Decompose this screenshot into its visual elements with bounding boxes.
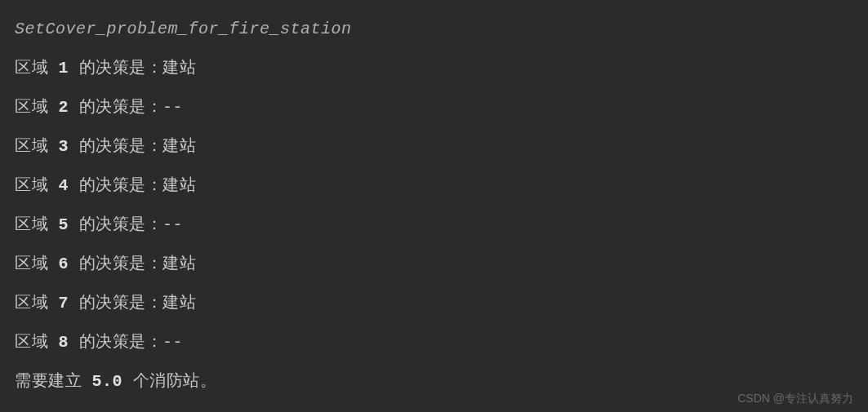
region-decision-line: 区域 1 的决策是：建站 <box>15 49 853 88</box>
region-prefix: 区域 <box>15 255 59 273</box>
summary-value: 5.0 <box>92 372 123 391</box>
region-decision: 建站 <box>162 137 196 156</box>
region-number: 3 <box>59 137 69 156</box>
region-middle: 的决策是： <box>69 176 162 195</box>
csdn-watermark: CSDN @专注认真努力 <box>737 392 853 404</box>
program-title: SetCover_problem_for_fire_station <box>15 10 853 49</box>
region-middle: 的决策是： <box>69 215 162 234</box>
region-middle: 的决策是： <box>69 98 162 117</box>
summary-prefix: 需要建立 <box>15 372 92 391</box>
region-prefix: 区域 <box>15 215 59 234</box>
region-decision-line: 区域 2 的决策是：-- <box>15 88 853 127</box>
region-prefix: 区域 <box>15 98 59 117</box>
region-decision-line: 区域 5 的决策是：-- <box>15 206 853 245</box>
region-middle: 的决策是： <box>69 333 162 352</box>
region-number: 5 <box>59 215 69 234</box>
region-number: 2 <box>59 98 69 117</box>
region-decision: 建站 <box>162 176 196 195</box>
summary-line: 需要建立 5.0 个消防站。 <box>15 362 853 401</box>
region-middle: 的决策是： <box>69 137 162 156</box>
region-prefix: 区域 <box>15 176 59 195</box>
region-number: 1 <box>59 59 69 78</box>
region-decision-line: 区域 8 的决策是：-- <box>15 323 853 362</box>
region-decision-line: 区域 3 的决策是：建站 <box>15 127 853 166</box>
region-decision: 建站 <box>162 59 196 78</box>
region-middle: 的决策是： <box>69 59 162 78</box>
region-decision: 建站 <box>162 255 196 273</box>
region-decision-line: 区域 4 的决策是：建站 <box>15 166 853 206</box>
region-number: 6 <box>59 255 69 273</box>
region-decision-line: 区域 6 的决策是：建站 <box>15 245 853 284</box>
summary-suffix: 个消防站。 <box>122 372 216 391</box>
region-middle: 的决策是： <box>69 255 162 273</box>
region-number: 8 <box>59 333 69 352</box>
region-decision: -- <box>162 98 183 117</box>
region-decision: -- <box>162 215 183 234</box>
region-number: 4 <box>59 176 69 195</box>
region-prefix: 区域 <box>15 333 59 352</box>
region-middle: 的决策是： <box>69 294 162 312</box>
region-prefix: 区域 <box>15 59 59 78</box>
region-decision: -- <box>162 333 183 352</box>
region-prefix: 区域 <box>15 294 59 312</box>
region-number: 7 <box>59 294 69 312</box>
region-decision: 建站 <box>162 294 196 312</box>
region-decision-line: 区域 7 的决策是：建站 <box>15 284 853 323</box>
region-prefix: 区域 <box>15 137 59 156</box>
